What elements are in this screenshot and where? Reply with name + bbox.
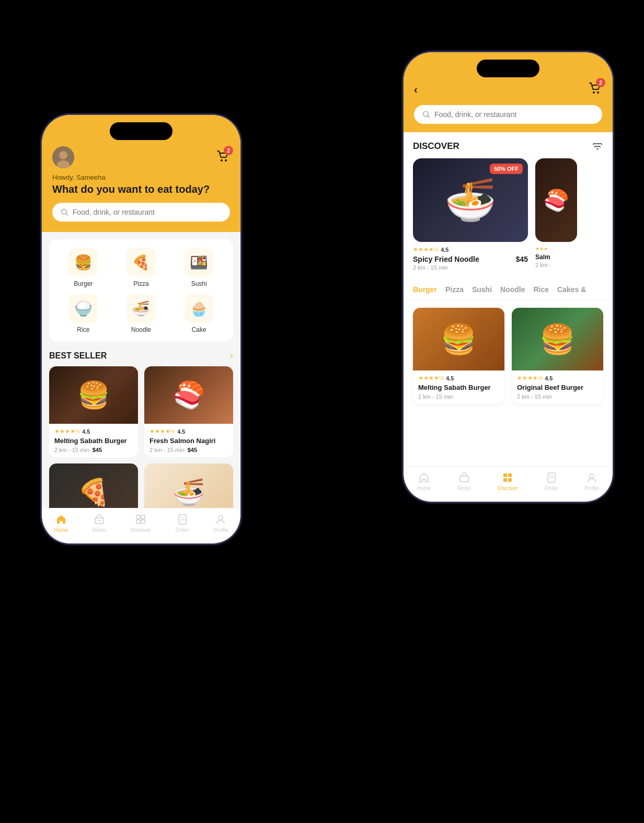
disc-food-name-1: Spicy Fried Noodle — [413, 255, 479, 263]
food-meta-sushi: 2 km - 15 min $45 — [150, 447, 228, 453]
nav-label-discover-right: Discover — [498, 485, 518, 491]
tab-rice[interactable]: Rice — [534, 285, 549, 294]
categories-card: 🍔 Burger 🍕 Pizza 🍱 Sushi 🍚 Rice — [49, 239, 233, 342]
rfood-name-1: Melting Sabath Burger — [418, 384, 499, 391]
burger-icon-box: 🍔 — [68, 248, 98, 277]
food-card-pizza[interactable]: 🍕 ★★★★½ 4.5 Stone Pizza 2 km - 10 min $3… — [49, 463, 138, 508]
cart-badge-left: 2 — [224, 146, 233, 155]
category-sushi[interactable]: 🍱 Sushi — [173, 248, 225, 287]
nav-label-resto-left: Resto — [93, 527, 106, 533]
cake-icon-box: 🧁 — [185, 294, 214, 323]
svg-rect-9 — [136, 515, 140, 519]
category-rice[interactable]: 🍚 Rice — [58, 294, 109, 333]
cart-icon-wrap[interactable]: 2 — [215, 149, 230, 166]
disc-food-meta-1: 2 km - 15 min — [413, 264, 528, 271]
discover-title: DISCOVER — [413, 141, 459, 152]
stars-salmon: ★★★ — [535, 246, 548, 251]
nav-label-order-right: Order — [545, 485, 558, 491]
food-card-sushi[interactable]: 🍣 ★★★★½ 4.5 Fresh Salmon Nagiri 2 km - 1… — [144, 366, 233, 457]
nav-order-right[interactable]: Order — [545, 472, 558, 491]
search-input-right[interactable] — [434, 110, 594, 119]
nav-home-right[interactable]: Home — [417, 472, 431, 491]
nav-label-profile-right: Profile — [584, 485, 599, 491]
right-food-card-2[interactable]: 🍔 ★★★★½ 4.5 Original Beef Burger 2 km - … — [512, 308, 603, 404]
question: What do you want to eat today? — [52, 183, 230, 195]
discount-badge: 50% OFF — [490, 164, 523, 174]
category-burger[interactable]: 🍔 Burger — [58, 248, 109, 287]
tab-pizza[interactable]: Pizza — [445, 285, 464, 294]
tab-burger[interactable]: Burger — [413, 285, 437, 294]
nav-label-home-right: Home — [417, 485, 431, 491]
left-content: 🍔 Burger 🍕 Pizza 🍱 Sushi 🍚 Rice — [42, 232, 240, 508]
resto-icon-left — [94, 514, 105, 525]
bottom-nav-right: Home Resto Discover — [404, 466, 613, 502]
discover-icon-right — [502, 472, 513, 483]
discover-card-noodle[interactable]: 🍜 50% OFF ★★★★½ 4.5 Spicy Fried Noodle $… — [413, 158, 528, 273]
disc-food-name-2: Salm — [535, 253, 577, 261]
nav-discover-left[interactable]: Discover — [131, 514, 151, 533]
nav-label-home-left: Home — [54, 527, 68, 533]
nav-home-left[interactable]: Home — [54, 514, 68, 533]
food-grid-left: 🍔 ★★★★½ 4.5 Melting Sabath Burger 2 km -… — [42, 366, 240, 508]
rfood-meta-2: 2 km - 15 min — [517, 393, 598, 400]
tab-sushi[interactable]: Sushi — [472, 285, 492, 294]
discover-scroll: 🍜 50% OFF ★★★★½ 4.5 Spicy Fried Noodle $… — [404, 158, 613, 281]
screen-left: 2 Howdy, Sameeha What do you want to eat… — [42, 115, 240, 543]
right-food-card-1[interactable]: 🍔 ★★★★½ 4.5 Melting Sabath Burger 2 km -… — [413, 308, 504, 404]
rating-burger: 4.5 — [82, 428, 90, 435]
nav-label-order-left: Order — [176, 527, 189, 533]
discover-icon-left — [135, 514, 146, 525]
food-name-burger: Melting Sabath Burger — [54, 437, 133, 445]
order-icon-right — [546, 472, 557, 483]
svg-rect-12 — [141, 520, 145, 524]
stars-noodle-disc: ★★★★½ — [413, 246, 439, 253]
tab-noodle[interactable]: Noodle — [500, 285, 525, 294]
rfood-meta-1: 2 km - 15 min — [418, 393, 499, 400]
best-seller-arrow[interactable]: › — [230, 350, 233, 361]
right-food-img-2: 🍔 — [512, 308, 603, 370]
pizza-icon-box: 🍕 — [126, 248, 156, 277]
nav-order-left[interactable]: Order — [176, 514, 189, 533]
category-pizza[interactable]: 🍕 Pizza — [116, 248, 167, 287]
nav-profile-right[interactable]: Profile — [584, 472, 599, 491]
tab-cakes[interactable]: Cakes & — [557, 285, 586, 294]
nav-resto-right[interactable]: Resto — [457, 472, 471, 491]
filter-icon[interactable] — [592, 141, 603, 152]
food-card-burger[interactable]: 🍔 ★★★★½ 4.5 Melting Sabath Burger 2 km -… — [49, 366, 138, 457]
nav-discover-right[interactable]: Discover — [498, 472, 518, 491]
phone-left: 2 Howdy, Sameeha What do you want to eat… — [42, 115, 240, 543]
cart-badge-right: 2 — [596, 78, 605, 87]
search-icon-left — [61, 208, 68, 216]
nav-profile-left[interactable]: Profile — [213, 514, 228, 533]
right-search-bar[interactable] — [414, 105, 602, 124]
svg-point-3 — [221, 159, 223, 161]
rating-rb2: 4.5 — [545, 375, 553, 381]
svg-rect-31 — [508, 473, 512, 477]
left-search-bar[interactable] — [52, 203, 230, 222]
home-icon-left — [55, 514, 67, 525]
food-card-noodle[interactable]: 🍜 ★★★★½ 4.5 Noodle Soup 1 km - 10 min $2… — [144, 463, 233, 508]
avatar[interactable] — [52, 146, 74, 168]
rice-icon-box: 🍚 — [68, 294, 98, 323]
category-noodle[interactable]: 🍜 Noodle — [116, 294, 167, 333]
stars-rb1: ★★★★½ — [418, 375, 444, 381]
sushi-label: Sushi — [191, 280, 207, 287]
stars-burger: ★★★★½ — [54, 428, 80, 435]
search-input-left[interactable] — [73, 208, 222, 216]
svg-point-4 — [225, 159, 227, 161]
category-cake[interactable]: 🧁 Cake — [173, 294, 225, 333]
rating-noodle-disc: 4.5 — [441, 247, 448, 253]
disc-food-price-1: $45 — [516, 255, 528, 263]
back-button[interactable]: ‹ — [414, 84, 418, 96]
svg-point-19 — [597, 91, 599, 94]
svg-rect-33 — [508, 478, 512, 482]
home-icon-right — [418, 472, 430, 483]
discover-header: DISCOVER — [404, 132, 613, 158]
category-tabs: Burger Pizza Sushi Noodle Rice Cakes & — [404, 281, 613, 300]
food-name-sushi: Fresh Salmon Nagiri — [150, 437, 228, 445]
search-icon-right — [422, 110, 430, 119]
discover-card-salmon[interactable]: 🍣 ★★★ Salm 2 km - — [535, 158, 577, 273]
nav-resto-left[interactable]: Resto — [93, 514, 106, 533]
cart-icon-wrap-right[interactable]: 2 — [588, 81, 602, 98]
profile-icon-right — [586, 472, 597, 483]
